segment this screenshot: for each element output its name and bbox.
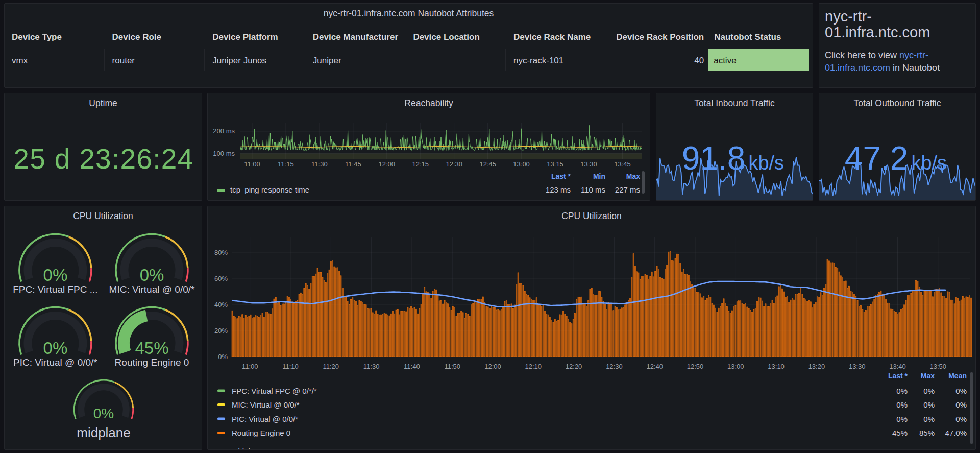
svg-text:FPC: Virtual FPC @ 0/*/*: FPC: Virtual FPC @ 0/*/* xyxy=(232,387,317,395)
svg-text:12:10: 12:10 xyxy=(525,363,542,370)
svg-text:Max: Max xyxy=(921,372,935,380)
svg-text:0%: 0% xyxy=(923,387,935,395)
svg-text:11:30: 11:30 xyxy=(363,363,380,370)
svg-text:0%: 0% xyxy=(955,415,967,423)
svg-text:13:50: 13:50 xyxy=(930,363,947,370)
svg-text:Mean: Mean xyxy=(948,372,967,380)
svg-text:227 ms: 227 ms xyxy=(615,185,640,194)
svg-text:13:15: 13:15 xyxy=(547,160,564,168)
svg-text:FPC: Virtual FPC ...: FPC: Virtual FPC ... xyxy=(13,284,97,295)
svg-text:13:20: 13:20 xyxy=(808,363,825,370)
svg-text:Last *: Last * xyxy=(888,372,908,380)
svg-text:0%: 0% xyxy=(955,447,967,450)
svg-text:midplane: midplane xyxy=(77,425,131,440)
svg-text:40%: 40% xyxy=(214,301,228,308)
svg-text:12:30: 12:30 xyxy=(446,160,462,168)
svg-text:12:15: 12:15 xyxy=(412,160,429,168)
svg-text:47.0%: 47.0% xyxy=(945,428,967,437)
svg-text:0%: 0% xyxy=(43,339,68,357)
svg-text:Routing Engine 0: Routing Engine 0 xyxy=(232,428,290,437)
svg-text:20%: 20% xyxy=(214,327,228,335)
svg-text:11:40: 11:40 xyxy=(404,363,420,370)
svg-text:13:45: 13:45 xyxy=(614,160,631,168)
svg-text:13:00: 13:00 xyxy=(513,160,530,168)
svg-text:200 ms: 200 ms xyxy=(213,127,235,135)
svg-text:0%: 0% xyxy=(955,387,967,395)
svg-text:11:10: 11:10 xyxy=(282,363,299,370)
svg-text:0%: 0% xyxy=(896,387,908,395)
svg-text:11:45: 11:45 xyxy=(345,160,361,168)
svg-text:47.2kb/s: 47.2kb/s xyxy=(845,140,947,177)
svg-text:45%: 45% xyxy=(892,428,908,437)
svg-text:Min: Min xyxy=(593,172,605,180)
svg-text:0%: 0% xyxy=(896,400,908,409)
svg-text:PIC: Virtual @ 0/0/*: PIC: Virtual @ 0/0/* xyxy=(13,357,97,368)
svg-text:12:00: 12:00 xyxy=(379,160,396,168)
svg-text:13:40: 13:40 xyxy=(889,363,906,370)
svg-text:0%: 0% xyxy=(955,400,967,409)
svg-text:12:40: 12:40 xyxy=(646,363,663,370)
svg-text:0%: 0% xyxy=(923,400,935,409)
svg-text:0%: 0% xyxy=(93,406,114,421)
svg-text:11:00: 11:00 xyxy=(242,363,258,370)
svg-text:91.8kb/s: 91.8kb/s xyxy=(682,140,784,177)
svg-text:11:15: 11:15 xyxy=(278,160,294,168)
svg-text:midplane: midplane xyxy=(232,447,263,450)
svg-text:PIC: Virtual @ 0/0/*: PIC: Virtual @ 0/0/* xyxy=(232,415,298,423)
svg-text:12:30: 12:30 xyxy=(606,363,623,370)
svg-text:tcp_ping response time: tcp_ping response time xyxy=(230,185,309,194)
svg-text:13:30: 13:30 xyxy=(580,160,597,168)
svg-text:13:30: 13:30 xyxy=(849,363,866,370)
svg-text:110 ms: 110 ms xyxy=(581,185,605,194)
svg-text:Last *: Last * xyxy=(551,172,571,180)
svg-text:100 ms: 100 ms xyxy=(213,150,235,157)
svg-text:85%: 85% xyxy=(919,428,935,437)
svg-text:11:50: 11:50 xyxy=(444,363,460,370)
svg-text:80%: 80% xyxy=(214,249,228,256)
svg-text:12:45: 12:45 xyxy=(479,160,496,168)
svg-text:12:20: 12:20 xyxy=(566,363,582,370)
svg-text:11:00: 11:00 xyxy=(244,160,260,168)
svg-text:123 ms: 123 ms xyxy=(546,185,571,194)
svg-text:11:20: 11:20 xyxy=(323,363,339,370)
svg-text:60%: 60% xyxy=(214,275,228,282)
svg-text:12:50: 12:50 xyxy=(687,363,704,370)
svg-text:MIC: Virtual @ 0/0/*: MIC: Virtual @ 0/0/* xyxy=(109,284,195,295)
svg-text:0%: 0% xyxy=(923,415,935,423)
svg-text:0%: 0% xyxy=(218,353,228,361)
svg-text:0%: 0% xyxy=(140,266,164,284)
svg-text:0%: 0% xyxy=(923,447,935,450)
svg-text:45%: 45% xyxy=(135,339,168,357)
svg-text:12:00: 12:00 xyxy=(484,363,501,370)
svg-text:11:30: 11:30 xyxy=(311,160,328,168)
svg-text:0%: 0% xyxy=(896,415,908,423)
svg-text:25 d 23:26:24: 25 d 23:26:24 xyxy=(13,143,193,175)
svg-text:13:00: 13:00 xyxy=(727,363,744,370)
svg-text:Max: Max xyxy=(626,172,640,180)
svg-text:Routing Engine 0: Routing Engine 0 xyxy=(115,357,189,368)
svg-text:0%: 0% xyxy=(896,447,908,450)
svg-text:13:10: 13:10 xyxy=(768,363,785,370)
svg-text:0%: 0% xyxy=(43,266,68,284)
svg-text:MIC: Virtual @ 0/0/*: MIC: Virtual @ 0/0/* xyxy=(232,400,300,409)
